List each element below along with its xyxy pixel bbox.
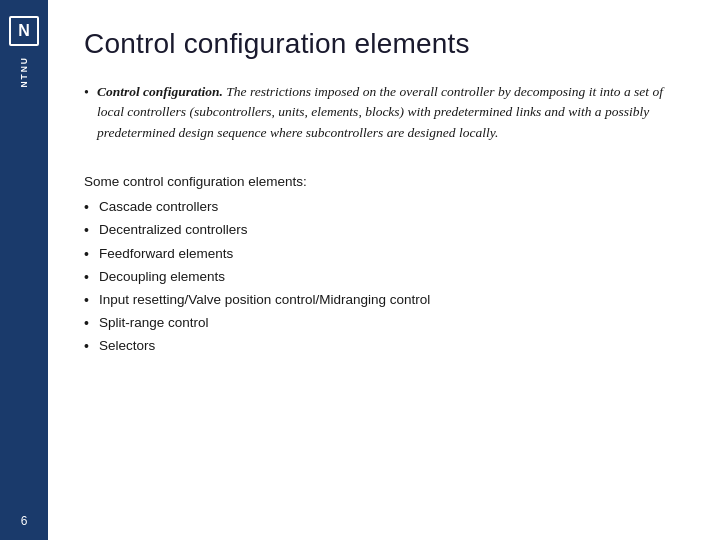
list-item-dot: • xyxy=(84,219,89,242)
main-content: Control configuration elements • Control… xyxy=(48,0,720,540)
list-item: •Decoupling elements xyxy=(84,266,684,289)
list-item-text: Input resetting/Valve position control/M… xyxy=(99,289,430,311)
list-item: •Split-range control xyxy=(84,312,684,335)
ntnu-label: NTNU xyxy=(19,56,29,88)
sub-list: •Cascade controllers•Decentralized contr… xyxy=(84,196,684,358)
list-item: •Cascade controllers xyxy=(84,196,684,219)
page-number: 6 xyxy=(21,514,28,528)
list-item: •Selectors xyxy=(84,335,684,358)
sidebar: N NTNU 6 xyxy=(0,0,48,540)
main-bullet-section: • Control configuration. The restriction… xyxy=(84,82,684,155)
logo-box: N xyxy=(9,16,39,46)
main-bullet-text: Control configuration. The restrictions … xyxy=(97,82,684,143)
list-item-text: Decentralized controllers xyxy=(99,219,248,241)
list-item-dot: • xyxy=(84,335,89,358)
list-item-text: Split-range control xyxy=(99,312,209,334)
list-item-dot: • xyxy=(84,312,89,335)
list-intro: Some control configuration elements: xyxy=(84,171,684,193)
bullet-dot-main: • xyxy=(84,82,89,103)
list-item-dot: • xyxy=(84,289,89,312)
term-label: Control configuration. xyxy=(97,84,223,99)
main-bullet-item: • Control configuration. The restriction… xyxy=(84,82,684,143)
list-item-text: Feedforward elements xyxy=(99,243,233,265)
list-item: •Input resetting/Valve position control/… xyxy=(84,289,684,312)
ntnu-logo: N NTNU xyxy=(9,10,39,88)
list-section: Some control configuration elements: •Ca… xyxy=(84,171,684,358)
list-item-dot: • xyxy=(84,196,89,219)
list-item-text: Cascade controllers xyxy=(99,196,218,218)
list-item: •Feedforward elements xyxy=(84,243,684,266)
logo-letter: N xyxy=(18,23,30,39)
list-item: •Decentralized controllers xyxy=(84,219,684,242)
list-item-dot: • xyxy=(84,243,89,266)
list-item-text: Decoupling elements xyxy=(99,266,225,288)
list-item-dot: • xyxy=(84,266,89,289)
list-item-text: Selectors xyxy=(99,335,155,357)
slide-title: Control configuration elements xyxy=(84,28,684,60)
